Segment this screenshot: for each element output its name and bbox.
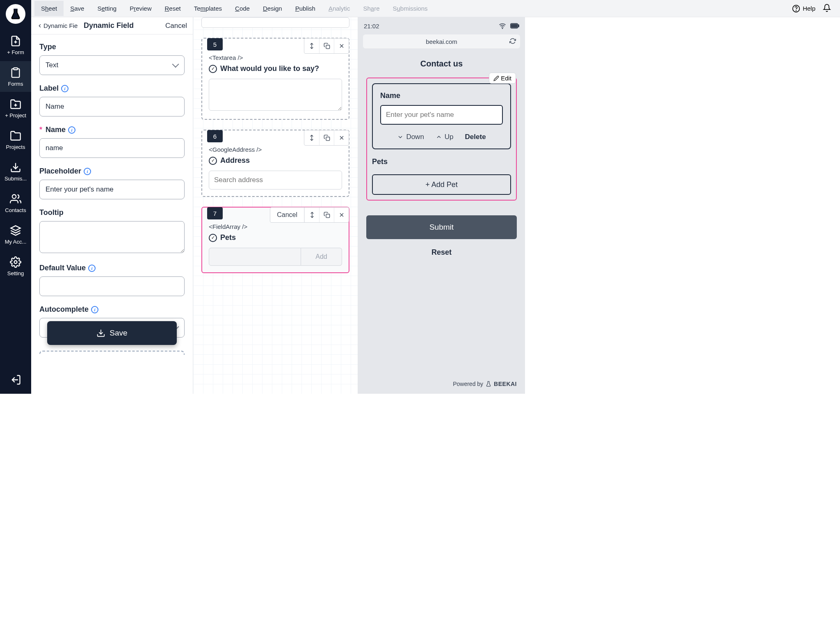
- field-card-7[interactable]: 7 Cancel <FieldArray /> ✓ Pets Add: [201, 207, 349, 273]
- move-down-button[interactable]: Down: [397, 133, 424, 141]
- default-input[interactable]: [39, 276, 185, 296]
- menu-item[interactable]: Publish: [289, 1, 322, 16]
- chevron-down-icon: [397, 134, 404, 140]
- copy-icon[interactable]: [319, 208, 334, 222]
- sidebar-item-new-project[interactable]: + Project: [0, 93, 31, 123]
- autocomplete-label: Autocomplete: [39, 305, 89, 314]
- properties-panel: Dynamic Fie Dynamic Field Cancel Type La…: [31, 0, 193, 394]
- breadcrumb[interactable]: Dynamic Fie: [37, 22, 84, 29]
- card-cancel-button[interactable]: Cancel: [270, 208, 304, 222]
- field-number-badge: 7: [207, 207, 223, 219]
- name-input[interactable]: [39, 138, 185, 158]
- type-label: Type: [39, 43, 185, 51]
- field-title: Address: [220, 156, 250, 165]
- info-icon[interactable]: i: [91, 306, 98, 313]
- sidebar-item-new-form[interactable]: + Form: [0, 30, 31, 60]
- submit-button[interactable]: Submit: [366, 215, 517, 239]
- name-label: Name: [46, 126, 66, 134]
- info-icon[interactable]: i: [88, 265, 96, 272]
- preview-name-input[interactable]: [380, 105, 503, 125]
- menu-item[interactable]: Code: [228, 1, 256, 16]
- add-pet-button[interactable]: + Add Pet: [372, 174, 511, 195]
- left-sidebar: + Form Forms + Project Projects Submis..…: [0, 0, 31, 394]
- svg-rect-6: [326, 137, 330, 141]
- sidebar-item-contacts[interactable]: Contacts: [0, 187, 31, 218]
- live-preview: 21:02 beekai.com Contact us Edit Name: [358, 0, 525, 394]
- move-up-button[interactable]: Up: [436, 133, 454, 141]
- field-array-add-button[interactable]: Add: [301, 248, 342, 266]
- move-icon[interactable]: [304, 130, 319, 145]
- tooltip-label: Tooltip: [39, 208, 185, 217]
- menu-item[interactable]: Reset: [158, 1, 187, 16]
- field-type-tag: <FieldArray />: [209, 223, 342, 230]
- address-preview-input[interactable]: [209, 171, 342, 189]
- copy-icon[interactable]: [319, 130, 334, 145]
- info-icon[interactable]: i: [68, 126, 75, 134]
- sidebar-item-settings[interactable]: Setting: [0, 251, 31, 281]
- info-icon[interactable]: i: [61, 85, 68, 92]
- default-label: Default Value: [39, 264, 86, 272]
- field-array-slot: [209, 248, 301, 266]
- label-label: Label: [39, 84, 59, 93]
- svg-point-3: [12, 195, 16, 199]
- menu-item: Submissions: [386, 1, 434, 16]
- chevron-up-icon: [436, 134, 442, 140]
- close-icon[interactable]: [334, 130, 349, 145]
- tooltip-input[interactable]: [39, 221, 185, 253]
- preview-name-label: Name: [380, 91, 503, 100]
- flask-icon: [486, 381, 491, 387]
- reset-button[interactable]: Reset: [366, 248, 517, 257]
- menu-item[interactable]: Setting: [91, 1, 123, 16]
- save-button[interactable]: Save: [47, 321, 177, 345]
- sidebar-item-projects[interactable]: Projects: [0, 124, 31, 155]
- menu-item[interactable]: Design: [256, 1, 289, 16]
- preview-address-bar[interactable]: beekai.com: [363, 34, 520, 48]
- copy-icon[interactable]: [319, 39, 334, 53]
- menu-item[interactable]: Save: [64, 1, 91, 16]
- refresh-icon[interactable]: [509, 38, 516, 46]
- edit-button[interactable]: Edit: [489, 73, 516, 84]
- sidebar-item-submissions[interactable]: Submis...: [0, 156, 31, 187]
- info-icon[interactable]: i: [84, 168, 91, 175]
- type-select[interactable]: [39, 55, 185, 75]
- svg-rect-11: [518, 25, 519, 27]
- check-icon: ✓: [209, 65, 217, 73]
- next-field-placeholder: [39, 351, 185, 355]
- wifi-icon: [499, 22, 506, 30]
- label-input[interactable]: [39, 97, 185, 116]
- field-title: Pets: [220, 233, 236, 242]
- move-icon[interactable]: [304, 208, 319, 222]
- field-card-6[interactable]: 6 <GoogleAddress /> ✓ Address: [201, 130, 349, 197]
- move-icon[interactable]: [304, 39, 319, 53]
- selected-field-highlight: Edit Name Down Up Delete Pets + Add Pet: [366, 78, 517, 201]
- menu-item[interactable]: Preview: [123, 1, 158, 16]
- sidebar-item-logout[interactable]: [0, 368, 31, 394]
- preview-pets-label: Pets: [372, 158, 511, 166]
- field-title: What would you like to say?: [220, 64, 319, 73]
- field-type-tag: <GoogleAddress />: [209, 146, 342, 153]
- form-canvas: 5 <Textarea /> ✓ What would you like to …: [193, 0, 358, 394]
- field-card-5[interactable]: 5 <Textarea /> ✓ What would you like to …: [201, 38, 349, 120]
- battery-icon: [510, 23, 519, 29]
- check-icon: ✓: [209, 157, 217, 165]
- close-icon[interactable]: [334, 208, 349, 222]
- sidebar-item-forms[interactable]: Forms: [0, 61, 31, 92]
- sidebar-item-account[interactable]: My Acc...: [0, 219, 31, 250]
- app-logo[interactable]: [6, 4, 25, 24]
- panel-title: Dynamic Field: [84, 21, 134, 30]
- field-number-badge: 6: [207, 130, 223, 142]
- close-icon[interactable]: [334, 39, 349, 53]
- menu-item[interactable]: Templates: [187, 1, 228, 16]
- download-icon: [96, 329, 105, 338]
- svg-rect-7: [326, 214, 330, 218]
- svg-rect-5: [326, 45, 330, 49]
- svg-point-8: [502, 28, 503, 29]
- delete-button[interactable]: Delete: [465, 133, 486, 141]
- panel-cancel-button[interactable]: Cancel: [165, 22, 187, 30]
- menu-item[interactable]: Sheet: [34, 1, 64, 16]
- placeholder-input[interactable]: [39, 180, 185, 199]
- textarea-preview[interactable]: [209, 79, 342, 111]
- powered-by: Powered by BEEKAI: [453, 381, 517, 387]
- svg-rect-2: [14, 68, 17, 70]
- field-card-clipped[interactable]: [201, 17, 349, 28]
